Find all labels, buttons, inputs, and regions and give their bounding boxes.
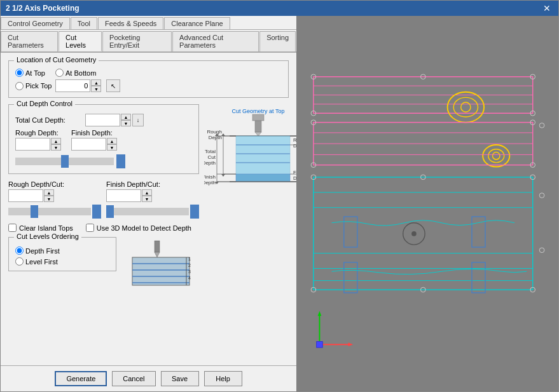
levels-diagram-svg: 1 2 3 4 bbox=[123, 240, 199, 287]
rough-per-cut-input[interactable]: 2.25 bbox=[8, 189, 43, 202]
cancel-button[interactable]: Cancel bbox=[112, 371, 155, 386]
depth-slider-thumb[interactable] bbox=[116, 154, 125, 168]
depth-first-radio[interactable] bbox=[15, 247, 24, 255]
svg-rect-0 bbox=[155, 241, 160, 252]
finish-per-cut-slider[interactable] bbox=[106, 208, 189, 215]
help-button[interactable]: Help bbox=[204, 371, 242, 386]
rough-depth-down[interactable]: ▼ bbox=[51, 144, 61, 151]
pick-top-down[interactable]: ▼ bbox=[91, 86, 101, 92]
finish-per-cut-label-row: Finish Depth/Cut: bbox=[106, 180, 199, 188]
svg-rect-12 bbox=[252, 114, 264, 121]
finish-per-cut-input-row: 0 ▲ ▼ bbox=[106, 189, 199, 202]
finish-per-cut-up[interactable]: ▲ bbox=[142, 189, 152, 196]
clear-island-tops-label[interactable]: Clear Island Tops bbox=[8, 224, 73, 232]
tab-cut-levels[interactable]: Cut Levels bbox=[59, 31, 102, 51]
rough-per-cut-up[interactable]: ▲ bbox=[44, 189, 54, 196]
total-cut-depth-action-btn[interactable]: ↓ bbox=[132, 114, 144, 126]
svg-rect-2 bbox=[132, 257, 190, 285]
at-top-radio-label[interactable]: At Top bbox=[15, 69, 45, 77]
total-cut-depth-label: Total Cut Depth: bbox=[15, 116, 85, 124]
at-top-radio[interactable] bbox=[15, 69, 24, 77]
window-title: 2 1/2 Axis Pocketing bbox=[6, 4, 79, 13]
svg-text:4: 4 bbox=[188, 276, 191, 280]
total-cut-depth-up[interactable]: ▲ bbox=[121, 114, 131, 120]
save-button[interactable]: Save bbox=[161, 371, 199, 386]
finish-per-cut-label: Finish Depth/Cut: bbox=[106, 180, 160, 188]
total-cut-depth-btns: ▲ ▼ bbox=[121, 114, 131, 126]
main-window: 2 1/2 Axis Pocketing ✕ Control Geometry … bbox=[0, 0, 559, 392]
clear-island-tops-text: Clear Island Tops bbox=[19, 224, 73, 232]
tab-advanced-cut-parameters[interactable]: Advanced Cut Parameters bbox=[172, 31, 259, 51]
at-bottom-radio-label[interactable]: At Bottom bbox=[55, 69, 96, 77]
cad-view-svg bbox=[296, 16, 558, 391]
total-depth-slider[interactable] bbox=[15, 158, 114, 165]
tab-pocketing-entry-exit[interactable]: Pocketing Entry/Exit bbox=[102, 31, 172, 51]
svg-rect-13 bbox=[255, 121, 261, 132]
tab-clearance-plane[interactable]: Clearance Plane bbox=[164, 17, 230, 29]
cut-depth-group: Cut Depth Control Total Cut Depth: 7.5 ▲… bbox=[8, 104, 199, 174]
tab-sorting[interactable]: Sorting bbox=[259, 31, 296, 51]
finish-cut-thumb[interactable] bbox=[190, 205, 199, 219]
finish-per-cut-input[interactable]: 0 bbox=[106, 189, 141, 202]
finish-depth-input[interactable]: 0 bbox=[71, 138, 106, 151]
depth-diagram-svg: Cut Geometry at Top bbox=[204, 105, 296, 220]
location-group: Location of Cut Geometry At Top At Botto… bbox=[8, 60, 289, 98]
rough-depth-input[interactable]: 7.5 bbox=[15, 138, 50, 151]
pick-top-radio[interactable] bbox=[15, 82, 24, 90]
levels-diagram-area: 1 2 3 4 bbox=[123, 240, 199, 288]
rough-finish-row: Rough Depth: 7.5 ▲ ▼ bbox=[15, 129, 192, 151]
diagram-title: Cut Geometry at Top bbox=[232, 108, 285, 114]
rough-per-cut-slider[interactable] bbox=[8, 208, 91, 215]
pick-top-select-btn[interactable]: ↖ bbox=[106, 79, 120, 92]
rough-cut-thumb[interactable] bbox=[92, 205, 101, 219]
generate-button[interactable]: Generate bbox=[55, 371, 107, 386]
cut-levels-section: Cut Levels Ordering Depth First Level Fi… bbox=[8, 237, 199, 288]
tabs-row2: Cut Parameters Cut Levels Pocketing Entr… bbox=[1, 30, 296, 53]
svg-text:Depth: Depth bbox=[204, 180, 216, 186]
svg-text:Total: Total bbox=[205, 149, 216, 154]
tab-feeds-speeds[interactable]: Feeds & Speeds bbox=[98, 17, 163, 29]
level-first-radio[interactable] bbox=[15, 257, 24, 266]
svg-text:1: 1 bbox=[188, 257, 191, 261]
svg-text:Depth: Depth bbox=[204, 160, 216, 166]
use-3d-model-checkbox[interactable] bbox=[86, 224, 94, 232]
depth-first-label[interactable]: Depth First bbox=[15, 247, 109, 255]
svg-text:Cut: Cut bbox=[208, 154, 216, 160]
title-bar: 2 1/2 Axis Pocketing ✕ bbox=[1, 1, 558, 16]
rough-per-cut-slider-row bbox=[8, 205, 101, 219]
rough-per-cut-spinner: 2.25 ▲ ▼ bbox=[8, 189, 54, 202]
at-bottom-label: At Bottom bbox=[66, 69, 96, 77]
right-panel bbox=[296, 16, 558, 391]
total-cut-depth-input[interactable]: 7.5 bbox=[85, 114, 120, 126]
tab-tool[interactable]: Tool bbox=[71, 17, 97, 29]
tab-control-geometry[interactable]: Control Geometry bbox=[1, 17, 70, 29]
total-cut-depth-down[interactable]: ▼ bbox=[121, 120, 131, 126]
close-button[interactable]: ✕ bbox=[541, 3, 553, 13]
rough-per-cut-label: Rough Depth/Cut: bbox=[8, 180, 64, 188]
rough-depth-section: Rough Depth: 7.5 ▲ ▼ bbox=[15, 129, 61, 151]
cut-levels-radios: Depth First Level First bbox=[15, 247, 109, 266]
level-first-label[interactable]: Level First bbox=[15, 257, 109, 266]
pick-top-input[interactable]: 0 bbox=[55, 79, 90, 92]
rough-per-cut-down[interactable]: ▼ bbox=[44, 196, 54, 202]
svg-marker-14 bbox=[255, 132, 261, 136]
finish-depth-row: Finish Depth: bbox=[71, 129, 117, 137]
main-section: Cut Depth Control Total Cut Depth: 7.5 ▲… bbox=[8, 104, 289, 288]
at-bottom-radio[interactable] bbox=[55, 69, 64, 77]
tab-cut-parameters[interactable]: Cut Parameters bbox=[1, 31, 58, 51]
pick-top-up[interactable]: ▲ bbox=[91, 79, 101, 86]
pick-top-spinner: 0 ▲ ▼ bbox=[55, 79, 101, 92]
clear-island-tops-checkbox[interactable] bbox=[8, 224, 17, 232]
tabs-row1: Control Geometry Tool Feeds & Speeds Cle… bbox=[1, 16, 296, 30]
pick-top-radio-label[interactable]: Pick Top bbox=[15, 82, 52, 90]
svg-rect-100 bbox=[317, 341, 323, 348]
finish-per-cut-down[interactable]: ▼ bbox=[142, 196, 152, 202]
rough-depth-up[interactable]: ▲ bbox=[51, 138, 61, 144]
finish-depth-up[interactable]: ▲ bbox=[107, 138, 117, 144]
finish-depth-down[interactable]: ▼ bbox=[107, 144, 117, 151]
finish-depth-btns: ▲ ▼ bbox=[107, 138, 117, 151]
svg-text:2: 2 bbox=[188, 263, 191, 267]
left-controls: Cut Depth Control Total Cut Depth: 7.5 ▲… bbox=[8, 104, 199, 288]
rough-per-cut-btns: ▲ ▼ bbox=[44, 189, 54, 202]
use-3d-model-label[interactable]: Use 3D Model to Detect Depth bbox=[86, 224, 191, 232]
